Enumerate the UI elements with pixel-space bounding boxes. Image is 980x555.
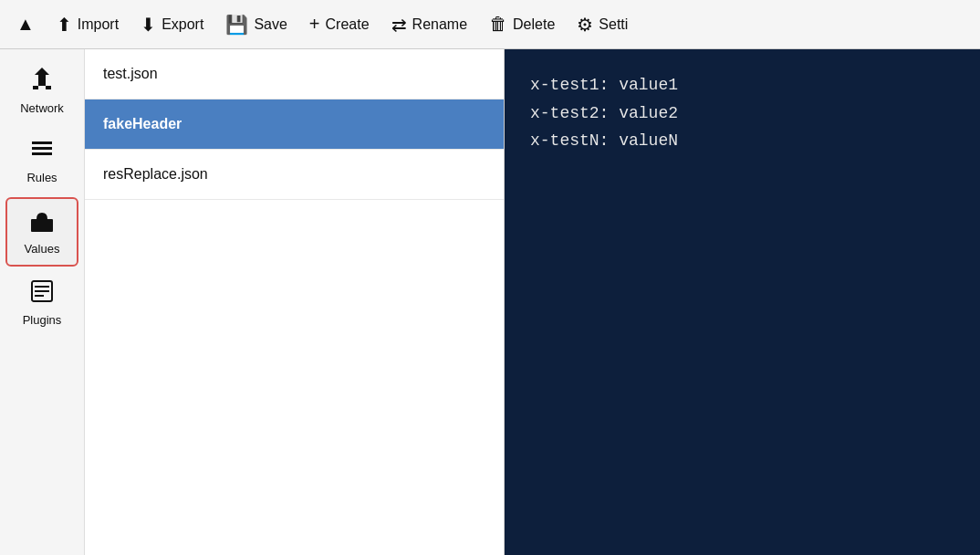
sidebar-item-network[interactable]: Network xyxy=(5,57,78,124)
values-icon xyxy=(30,208,54,238)
delete-button[interactable]: 🗑 Delete xyxy=(480,8,564,40)
plugins-label: Plugins xyxy=(23,313,62,327)
delete-label: Delete xyxy=(513,16,555,33)
export-button[interactable]: ⬇ Export xyxy=(131,8,213,41)
sidebar-item-rules[interactable]: Rules xyxy=(5,128,78,194)
network-label: Network xyxy=(20,101,64,115)
svg-rect-5 xyxy=(32,152,52,155)
svg-rect-8 xyxy=(35,286,49,288)
values-label: Values xyxy=(25,242,60,256)
rename-icon: ⇄ xyxy=(391,14,407,36)
save-button[interactable]: 💾 Save xyxy=(216,8,296,41)
code-line: x-test1: value1 xyxy=(530,71,954,99)
collapse-icon: ▲ xyxy=(16,14,35,35)
file-item-res-replace-json[interactable]: resReplace.json xyxy=(85,150,504,200)
create-button[interactable]: + Create xyxy=(300,8,379,40)
code-panel: x-test1: value1x-test2: value2x-testN: v… xyxy=(505,49,980,555)
svg-rect-0 xyxy=(38,82,46,86)
code-line: x-testN: valueN xyxy=(530,127,954,155)
create-icon: + xyxy=(309,14,320,35)
toolbar: ▲ ⬆ Import ⬇ Export 💾 Save + Create ⇄ Re… xyxy=(0,0,980,49)
network-icon xyxy=(29,66,55,98)
svg-rect-1 xyxy=(33,86,38,89)
svg-rect-4 xyxy=(32,147,52,150)
settings-icon: ⚙ xyxy=(577,14,593,36)
import-icon: ⬆ xyxy=(57,14,72,36)
save-icon: 💾 xyxy=(225,14,248,36)
svg-rect-2 xyxy=(46,86,51,89)
settings-button[interactable]: ⚙ Setti xyxy=(568,8,637,41)
export-icon: ⬇ xyxy=(141,14,156,36)
settings-label: Setti xyxy=(599,16,628,33)
sidebar-item-plugins[interactable]: Plugins xyxy=(5,270,78,336)
rename-label: Rename xyxy=(412,16,467,33)
rules-icon xyxy=(30,137,54,167)
export-label: Export xyxy=(162,16,203,33)
sidebar: Network Rules Values xyxy=(0,49,85,555)
import-label: Import xyxy=(78,16,119,33)
file-item-fake-header[interactable]: fakeHeader xyxy=(85,99,504,150)
svg-rect-9 xyxy=(35,290,49,292)
svg-rect-6 xyxy=(31,219,53,232)
plugins-icon xyxy=(30,279,54,309)
delete-icon: 🗑 xyxy=(489,14,507,35)
svg-rect-10 xyxy=(35,295,44,297)
create-label: Create xyxy=(326,16,370,33)
collapse-button[interactable]: ▲ xyxy=(7,8,44,40)
rules-label: Rules xyxy=(26,171,57,184)
rename-button[interactable]: ⇄ Rename xyxy=(382,8,476,41)
code-line: x-test2: value2 xyxy=(530,99,954,128)
file-item-test-json[interactable]: test.json xyxy=(85,49,504,99)
import-button[interactable]: ⬆ Import xyxy=(47,8,128,41)
svg-rect-3 xyxy=(32,141,52,144)
main-area: Network Rules Values xyxy=(0,49,980,555)
sidebar-item-values[interactable]: Values xyxy=(5,197,78,267)
save-label: Save xyxy=(254,16,287,33)
file-list-panel: test.jsonfakeHeaderresReplace.json xyxy=(85,49,505,555)
